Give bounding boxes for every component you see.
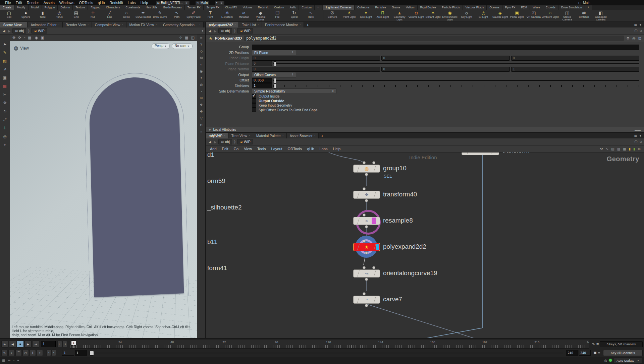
- shelf-tab-rigid-bodies[interactable]: Rigid Bodies: [418, 5, 439, 10]
- shelf-tab-characters[interactable]: Characters: [103, 5, 123, 10]
- handles-icon[interactable]: ✥: [12, 36, 15, 40]
- node-label-transform40[interactable]: transform40: [383, 191, 417, 198]
- grid-view-icon[interactable]: ▥: [617, 147, 620, 151]
- shelf-tab-volume[interactable]: Volume: [240, 5, 255, 10]
- pane-grid-icon[interactable]: ▦: [634, 23, 637, 26]
- network-tab-tree-view[interactable]: Tree View▪: [228, 133, 253, 138]
- pose-tool-icon[interactable]: ✛: [3, 126, 6, 130]
- node-input-dot[interactable]: [363, 240, 366, 243]
- shelf-tool-spiral[interactable]: ↻Spiral: [286, 10, 303, 21]
- audio-icon[interactable]: ♪: [8, 350, 15, 356]
- lasso-tool-icon[interactable]: ✂: [3, 92, 6, 97]
- breadcrumb-obj[interactable]: ▤ obj: [12, 28, 26, 34]
- main-desktop-selector[interactable]: ◎ Main: [195, 0, 209, 5]
- shelf-tab-texture[interactable]: Texture: [73, 5, 88, 10]
- jump-end-button[interactable]: ⇥: [32, 341, 39, 348]
- rotate-tool-icon[interactable]: ↻: [3, 109, 6, 114]
- shelf-tab-crowds[interactable]: Crowds: [543, 5, 558, 10]
- shelf-tab-modify[interactable]: Modify: [14, 5, 29, 10]
- range-prev-button[interactable]: ‹: [46, 350, 51, 356]
- param-tab-performance-monitor[interactable]: Performance Monitor▪: [262, 22, 304, 27]
- layout-panes-icon[interactable]: ≣: [200, 36, 203, 40]
- points-icon[interactable]: ✥: [200, 110, 203, 113]
- param-select-2d-positions[interactable]: Fit Plane⇕: [252, 50, 296, 55]
- shape-palette-icon[interactable]: ▮: [633, 147, 635, 151]
- local-attributes-section[interactable]: ▶ Local Attributes ▬▬: [206, 127, 644, 132]
- play-button[interactable]: ▶: [24, 341, 32, 348]
- playhead-marker[interactable]: 1: [71, 341, 76, 346]
- node-polyexpand2d2[interactable]: ★: [353, 243, 380, 251]
- viewport-canvas[interactable]: ✛ View Persp ▼ No cam ▼ Left mouse tumbl…: [10, 41, 197, 338]
- back-button[interactable]: ◀: [2, 29, 6, 33]
- color-palette-icon[interactable]: ▮: [629, 147, 631, 151]
- fill-tool-icon[interactable]: ▨: [3, 59, 7, 63]
- shelf-tool-switcher[interactable]: ⇄Switcher: [576, 10, 592, 21]
- arc-icon[interactable]: ⌒: [15, 350, 22, 356]
- shelf-tool-draw-curve[interactable]: ✎Draw Curve: [152, 10, 168, 21]
- gear-icon[interactable]: ⚙: [626, 36, 630, 41]
- shelf-tab--[interactable]: +: [315, 5, 322, 10]
- breadcrumb-obj[interactable]: ▤ obj: [218, 139, 232, 144]
- shelf-tab-oceans[interactable]: Oceans: [487, 5, 502, 10]
- range-slider-handle[interactable]: [90, 351, 94, 356]
- persp-button[interactable]: Persp ▼: [152, 43, 170, 49]
- pin-icon[interactable]: ⊙: [639, 140, 642, 143]
- checkbox[interactable]: ✔: [252, 94, 256, 99]
- layout-icon[interactable]: ◫: [191, 36, 195, 40]
- lock-icon[interactable]: ◐: [200, 63, 202, 66]
- shelf-tool-metaball[interactable]: ∞Metaball: [235, 10, 252, 21]
- display-flag[interactable]: [372, 218, 376, 224]
- shelf-tool-ambient-light[interactable]: ○Ambient Light: [542, 10, 559, 21]
- forward-button[interactable]: ▶: [213, 29, 217, 33]
- network-menu-add[interactable]: Add: [207, 147, 219, 151]
- frame-ruler[interactable]: 1 24487296120144168192216240: [70, 340, 589, 349]
- shelf-tool-vr-camera[interactable]: ◰VR Camera: [525, 10, 542, 21]
- node-carve7[interactable]: ◔: [353, 296, 380, 304]
- info-icon[interactable]: ⓘ: [634, 29, 637, 33]
- columns-icon[interactable]: ▦: [623, 147, 626, 151]
- breadcrumb-wip[interactable]: ◪ WIP: [237, 139, 253, 144]
- shelf-tool-torus[interactable]: ◎Torus: [51, 10, 68, 21]
- scene-tab-geometry-spreadsh-[interactable]: Geometry Spreadsh...▪: [160, 22, 204, 27]
- shelf-tool-geometry-light[interactable]: ▲Geometry Light: [391, 10, 408, 21]
- param-tab-take-list[interactable]: Take List▪: [239, 22, 262, 27]
- tab-dot-icon[interactable]: ▪: [200, 24, 200, 26]
- node-input-dot[interactable]: [363, 266, 366, 269]
- ghost-geo-icon[interactable]: ◔: [200, 89, 202, 93]
- slider-handle[interactable]: [274, 78, 276, 83]
- shelf-tool-line[interactable]: ╱Line: [101, 10, 118, 21]
- back-button[interactable]: ◀: [208, 140, 212, 144]
- param-input-group[interactable]: [252, 45, 639, 50]
- copy-icon[interactable]: ▣: [593, 351, 596, 355]
- tab-dot-icon[interactable]: ▪: [249, 135, 250, 137]
- node-input2-dot[interactable]: [372, 266, 375, 269]
- network-tab-material-palette[interactable]: Material Palette▪: [253, 133, 287, 138]
- current-frame-field[interactable]: 1: [41, 341, 56, 347]
- realtime-icon[interactable]: ◷: [22, 350, 29, 356]
- node-output-dot[interactable]: [365, 173, 368, 176]
- clipped-node-label[interactable]: transform: [502, 153, 529, 155]
- shelf-tab-vellum[interactable]: Vellum: [403, 5, 418, 10]
- node-output-dot[interactable]: [365, 225, 368, 228]
- node-output-dot[interactable]: [365, 304, 368, 307]
- shelf-tab-collisions[interactable]: Collisions: [355, 5, 372, 10]
- scene-tab-animation-editor[interactable]: Animation Editor▪: [28, 22, 62, 27]
- tab-dot-icon[interactable]: ▪: [88, 24, 89, 26]
- list-view-icon[interactable]: ▤: [611, 147, 614, 151]
- tab-dot-icon[interactable]: ▪: [156, 24, 157, 26]
- wire-style-icon[interactable]: ∿: [606, 147, 608, 151]
- node-label-carve7[interactable]: carve7: [383, 296, 402, 303]
- shelf-tab-rigging[interactable]: Rigging: [88, 5, 103, 10]
- new-tab-button[interactable]: +: [204, 22, 205, 27]
- shelf-tool-gi-light[interactable]: ◎GI Light: [475, 10, 492, 21]
- display-options-icon[interactable]: ▣: [41, 36, 44, 40]
- menu-help[interactable]: Help: [138, 0, 151, 5]
- node-input-dot[interactable]: [363, 292, 366, 295]
- culling-icon[interactable]: ▽: [200, 116, 203, 120]
- scene-tab-scene-view[interactable]: Scene View▪: [0, 22, 28, 27]
- scale-tool-icon[interactable]: ⤢: [3, 117, 7, 122]
- desktop-selector[interactable]: ⊞ Build_VERTI... ⇕: [156, 0, 190, 5]
- tab-dot-icon[interactable]: ▪: [300, 24, 301, 26]
- shelf-tab-viscous-fluids[interactable]: Viscous Fluids: [463, 5, 487, 10]
- key-all-channels-button[interactable]: Key All Channels: [603, 350, 643, 356]
